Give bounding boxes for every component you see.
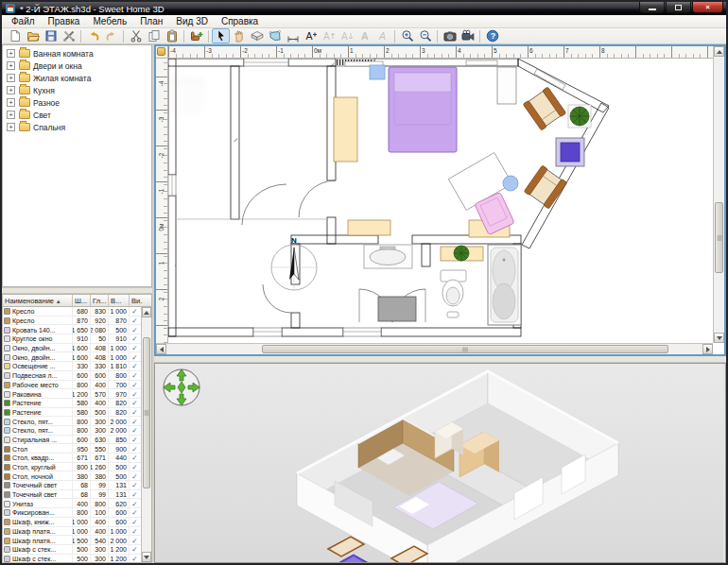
bathtub[interactable] (488, 245, 521, 325)
visible-checkbox[interactable]: ✓ (131, 409, 137, 416)
bay-plant[interactable] (568, 105, 591, 128)
visible-checkbox[interactable]: ✓ (131, 372, 137, 379)
redo-button[interactable] (102, 28, 120, 43)
lock-icon[interactable] (157, 47, 165, 56)
bed[interactable] (389, 67, 457, 152)
visible-checkbox[interactable]: ✓ (131, 538, 137, 544)
visible-checkbox[interactable]: ✓ (131, 437, 137, 443)
washing-machine[interactable] (378, 297, 416, 321)
scroll-up-icon[interactable] (142, 307, 151, 317)
furniture-row-15[interactable]: Стол950550900✓ (3, 444, 141, 454)
nightstand[interactable] (370, 65, 385, 79)
expand-icon[interactable]: + (7, 86, 15, 94)
expand-icon[interactable]: + (7, 61, 15, 70)
bay-table[interactable] (556, 138, 584, 166)
visible-checkbox[interactable]: ✓ (131, 473, 137, 480)
plan-3d-splitter[interactable] (154, 356, 726, 363)
add-furniture-button[interactable] (187, 28, 205, 43)
column-header-1[interactable]: Ш... (73, 295, 91, 306)
create-photo-button[interactable] (441, 28, 459, 43)
tree-item-6[interactable]: +Спальня (3, 121, 151, 133)
column-header-0[interactable]: Наименование ▲ (3, 295, 73, 306)
furniture-row-20[interactable]: Точечный свет6899131✓ (3, 490, 141, 500)
expand-icon[interactable]: + (7, 123, 15, 131)
cut-button[interactable] (127, 28, 145, 43)
expand-icon[interactable]: + (7, 49, 15, 58)
visible-checkbox[interactable]: ✓ (131, 345, 137, 351)
visible-checkbox[interactable]: ✓ (131, 382, 137, 388)
furniture-row-2[interactable]: Кровать 140...1 6502 080500✓ (3, 325, 141, 334)
menu-item-3[interactable]: План (133, 15, 169, 28)
visible-checkbox[interactable]: ✓ (131, 519, 137, 525)
visible-checkbox[interactable]: ✓ (131, 546, 137, 553)
new-plan-button[interactable] (6, 28, 24, 43)
visible-checkbox[interactable]: ✓ (131, 419, 137, 425)
furniture-row-18[interactable]: Стол, ночной380380500✓ (3, 471, 141, 481)
help-button[interactable]: ? (483, 28, 501, 43)
plan-canvas[interactable]: N (168, 59, 713, 343)
furniture-row-0[interactable]: Кресло6808301 000✓ (3, 307, 141, 317)
visible-checkbox[interactable]: ✓ (131, 482, 137, 488)
visible-checkbox[interactable]: ✓ (131, 354, 137, 361)
visible-checkbox[interactable]: ✓ (131, 317, 137, 324)
furniture-row-17[interactable]: Стол, круглый8001 260500✓ (3, 463, 141, 472)
visible-checkbox[interactable]: ✓ (131, 391, 137, 398)
tree-item-0[interactable]: +Ванная комната (3, 47, 151, 60)
3d-navigation-widget[interactable] (160, 366, 203, 409)
select-tool-button[interactable] (212, 28, 230, 43)
preferences-button[interactable] (60, 28, 78, 43)
visible-checkbox[interactable]: ✓ (131, 363, 137, 369)
scrollbar-thumb[interactable] (143, 337, 150, 488)
furniture-row-10[interactable]: Растение580400820✓ (3, 399, 141, 408)
tree-item-4[interactable]: +Разное (3, 96, 151, 109)
furniture-row-22[interactable]: Фиксирован...800100600✓ (3, 508, 141, 518)
open-plan-button[interactable] (24, 28, 42, 43)
visible-checkbox[interactable]: ✓ (131, 400, 137, 406)
furniture-row-13[interactable]: Стекло, пят...8003002 000✓ (3, 426, 141, 436)
furniture-row-1[interactable]: Кресло870920870✓ (3, 317, 141, 326)
copy-button[interactable] (145, 28, 163, 43)
close-button[interactable]: × (692, 2, 723, 13)
expand-icon[interactable]: + (7, 74, 15, 82)
decrease-text-size-button[interactable]: A (338, 28, 355, 43)
save-plan-button[interactable] (42, 28, 60, 43)
plan-view[interactable]: -4-3-2-10м12345678 -4-3-2-10м12 (154, 44, 726, 356)
expand-icon[interactable]: + (7, 98, 15, 107)
house-3d-render[interactable] (155, 364, 723, 562)
visible-checkbox[interactable]: ✓ (131, 464, 137, 471)
visible-checkbox[interactable]: ✓ (131, 454, 137, 461)
furniture-catalog-tree[interactable]: +Ванная комната+Двери и окна+Жилая комна… (2, 44, 152, 287)
tree-item-1[interactable]: +Двери и окна (3, 60, 151, 72)
pan-tool-button[interactable] (230, 28, 248, 43)
furniture-row-24[interactable]: Шкаф платя...1 0004001 000✓ (3, 527, 141, 537)
furniture-row-14[interactable]: Стиральная ...600630850✓ (3, 436, 141, 445)
create-text-button[interactable]: A (302, 28, 320, 43)
menu-item-1[interactable]: Правка (42, 15, 87, 28)
white-cabinet[interactable] (497, 67, 516, 104)
create-dimensions-button[interactable] (284, 28, 302, 43)
visible-checkbox[interactable]: ✓ (131, 501, 137, 507)
menu-item-2[interactable]: Мебель (86, 15, 133, 28)
furniture-row-12[interactable]: Стекло, пят...8003002 000✓ (3, 417, 141, 426)
furniture-row-23[interactable]: Шкаф, книж...1 000400600✓ (3, 518, 141, 527)
italic-button[interactable]: A (373, 28, 391, 43)
create-rooms-button[interactable] (266, 28, 284, 43)
visible-checkbox[interactable]: ✓ (131, 446, 137, 453)
visible-checkbox[interactable]: ✓ (131, 509, 137, 516)
furniture-row-11[interactable]: Растение580500820✓ (3, 408, 141, 418)
sink[interactable] (364, 245, 412, 268)
furniture-row-8[interactable]: Рабочее место800400700✓ (3, 381, 141, 390)
furniture-row-27[interactable]: Шкаф с стек...5003001 200✓ (3, 555, 141, 562)
bold-button[interactable]: A (355, 28, 373, 43)
furniture-row-9[interactable]: Раковина1 200570970✓ (3, 389, 141, 399)
zoom-in-button[interactable] (398, 28, 416, 43)
undo-button[interactable] (84, 28, 102, 43)
furniture-row-21[interactable]: Унитаз400800620✓ (3, 499, 141, 508)
title-bar[interactable]: * 2-Й ЭТАЖ.sh3d - Sweet Home 3D × (2, 2, 726, 15)
wardrobe[interactable] (334, 97, 357, 162)
scroll-left-icon[interactable] (156, 344, 166, 354)
increase-text-size-button[interactable]: A (320, 28, 338, 43)
menu-item-5[interactable]: Справка (215, 15, 265, 28)
chair-seat[interactable] (503, 176, 518, 191)
tree-item-2[interactable]: +Жилая комната (3, 72, 151, 84)
